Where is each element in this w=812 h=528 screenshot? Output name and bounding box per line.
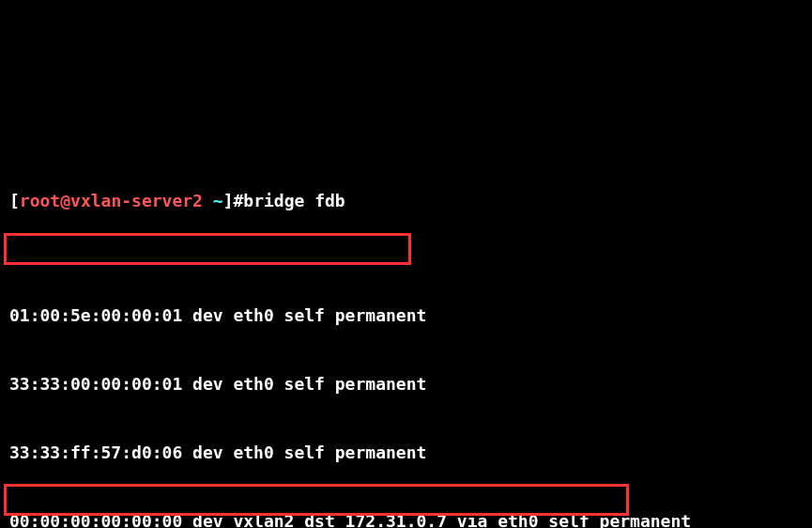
fdb-row: 33:33:00:00:00:01 dev eth0 self permanen…	[9, 373, 803, 396]
command-1: bridge fdb	[243, 191, 345, 210]
fdb-row: 33:33:ff:57:d0:06 dev eth0 self permanen…	[9, 442, 803, 464]
prompt-path: ~	[213, 191, 223, 210]
fdb-row: 01:00:5e:00:00:01 dev eth0 self permanen…	[9, 304, 803, 327]
prompt-symbol: #	[233, 191, 243, 210]
prompt-user: root	[20, 191, 60, 210]
fdb-row: 00:00:00:00:00:00 dev vxlan2 dst 172.31.…	[9, 510, 803, 528]
prompt-host: vxlan-server2	[70, 191, 203, 210]
terminal-window[interactable]: [root@vxlan-server2 ~]#bridge fdb 01:00:…	[0, 0, 812, 528]
highlight-box-fdb-row	[4, 233, 411, 265]
prompt-line-1: [root@vxlan-server2 ~]#bridge fdb	[9, 190, 803, 212]
